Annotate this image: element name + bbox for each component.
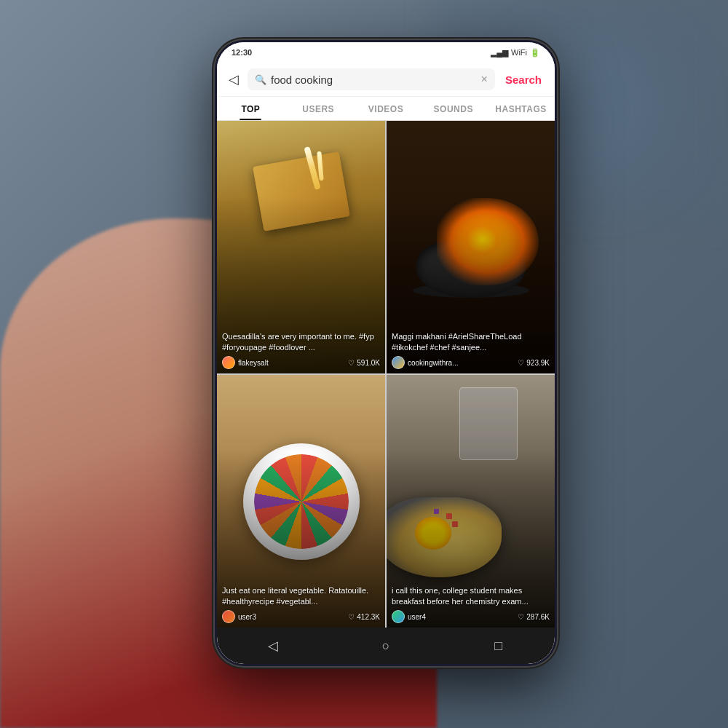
nav-recent-button[interactable]: □ xyxy=(486,633,512,659)
card-1-likes: ♡ 591.0K xyxy=(348,359,380,367)
battery-icon: 🔋 xyxy=(530,48,540,58)
heart-icon-2: ♡ xyxy=(518,359,524,367)
user-3-name: user3 xyxy=(238,613,256,621)
card-3-likes: ♡ 412.3K xyxy=(348,613,380,621)
phone-wrapper: 12:30 ▂▄▆ WiFi 🔋 ◁ 🔍 food cooking × xyxy=(215,40,557,666)
tab-videos[interactable]: VIDEOS xyxy=(352,97,420,120)
user-2-avatar xyxy=(392,356,405,369)
tab-top[interactable]: TOP xyxy=(217,97,285,120)
search-icon: 🔍 xyxy=(255,74,266,85)
search-query-text: food cooking xyxy=(271,74,477,86)
card-4-meta: user4 ♡ 287.6K xyxy=(392,610,550,623)
tab-users[interactable]: USERS xyxy=(285,97,352,120)
video-card-1[interactable]: Quesadilla's are very important to me. #… xyxy=(217,121,385,373)
home-nav-icon: ○ xyxy=(382,638,390,654)
user-2-name: cookingwithra... xyxy=(408,359,458,367)
likes-count-1: 591.0K xyxy=(357,359,380,367)
card-1-user: flakeysalt xyxy=(222,356,269,369)
tabs-bar: TOP USERS VIDEOS SOUNDS HASHTAGS xyxy=(217,97,555,121)
search-input-wrapper[interactable]: 🔍 food cooking × xyxy=(248,68,495,90)
nav-home-button[interactable]: ○ xyxy=(373,633,399,659)
card-3-info: Just eat one literal vegetable. Ratatoui… xyxy=(217,581,385,628)
video-grid: Quesadilla's are very important to me. #… xyxy=(217,121,555,628)
user-4-avatar xyxy=(392,610,405,623)
card-4-likes: ♡ 287.6K xyxy=(518,613,550,621)
back-nav-icon: ◁ xyxy=(268,638,278,654)
clear-button[interactable]: × xyxy=(481,73,488,86)
likes-count-4: 287.6K xyxy=(526,613,550,621)
likes-count-2: 923.9K xyxy=(526,359,550,367)
nav-bar: ◁ ○ □ xyxy=(217,628,555,664)
status-bar: 12:30 ▂▄▆ WiFi 🔋 xyxy=(217,42,555,63)
card-4-description: i call this one, college student makes b… xyxy=(392,585,550,606)
nav-back-button[interactable]: ◁ xyxy=(260,633,286,659)
card-1-info: Quesadilla's are very important to me. #… xyxy=(217,327,385,373)
video-card-3[interactable]: Just eat one literal vegetable. Ratatoui… xyxy=(217,375,385,628)
card-2-info: Maggi makhani #ArielShareTheLoad #tikokc… xyxy=(387,327,555,373)
card-4-user: user4 xyxy=(392,610,426,623)
recent-nav-icon: □ xyxy=(494,638,502,654)
heart-icon-1: ♡ xyxy=(348,359,355,367)
likes-count-3: 412.3K xyxy=(357,613,380,621)
card-4-info: i call this one, college student makes b… xyxy=(387,581,555,628)
heart-icon-4: ♡ xyxy=(518,613,524,621)
status-icons: ▂▄▆ WiFi 🔋 xyxy=(491,48,540,58)
phone-screen: 12:30 ▂▄▆ WiFi 🔋 ◁ 🔍 food cooking × xyxy=(217,42,555,664)
wifi-icon: WiFi xyxy=(511,48,527,57)
user-3-avatar xyxy=(222,610,235,623)
card-1-description: Quesadilla's are very important to me. #… xyxy=(222,331,380,352)
card-1-meta: flakeysalt ♡ 591.0K xyxy=(222,356,380,369)
card-3-user: user3 xyxy=(222,610,256,623)
user-1-name: flakeysalt xyxy=(238,359,269,367)
back-button[interactable]: ◁ xyxy=(226,68,242,90)
heart-icon-3: ♡ xyxy=(348,613,355,621)
user-4-name: user4 xyxy=(408,613,426,621)
video-card-2[interactable]: Maggi makhani #ArielShareTheLoad #tikokc… xyxy=(387,121,555,373)
video-card-4[interactable]: i call this one, college student makes b… xyxy=(387,375,555,628)
card-2-meta: cookingwithra... ♡ 923.9K xyxy=(392,356,550,369)
card-3-description: Just eat one literal vegetable. Ratatoui… xyxy=(222,585,380,606)
search-bar: ◁ 🔍 food cooking × Search xyxy=(217,63,555,97)
card-2-user: cookingwithra... xyxy=(392,356,458,369)
card-2-likes: ♡ 923.9K xyxy=(518,359,550,367)
tab-sounds[interactable]: SOUNDS xyxy=(419,97,487,120)
card-2-description: Maggi makhani #ArielShareTheLoad #tikokc… xyxy=(392,331,550,352)
tab-hashtags[interactable]: HASHTAGS xyxy=(487,97,555,120)
search-button[interactable]: Search xyxy=(501,71,546,89)
phone-device: 12:30 ▂▄▆ WiFi 🔋 ◁ 🔍 food cooking × xyxy=(215,40,557,666)
user-1-avatar xyxy=(222,356,235,369)
status-time: 12:30 xyxy=(232,48,252,57)
scene: 12:30 ▂▄▆ WiFi 🔋 ◁ 🔍 food cooking × xyxy=(0,0,728,728)
card-3-meta: user3 ♡ 412.3K xyxy=(222,610,380,623)
signal-icon: ▂▄▆ xyxy=(491,48,508,58)
